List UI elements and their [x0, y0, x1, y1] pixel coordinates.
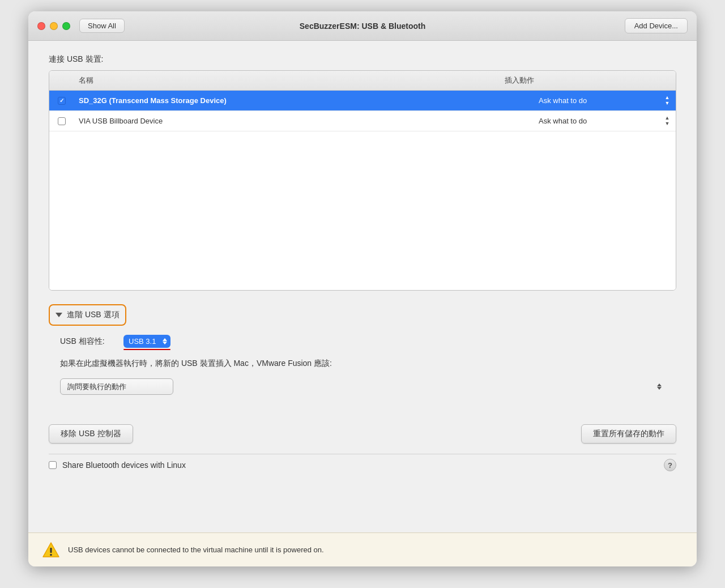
checkbox-unchecked: [58, 117, 66, 125]
header-checkbox-col: [49, 74, 74, 87]
bluetooth-checkbox[interactable]: [49, 461, 57, 469]
action-select-container: 詢問要執行的動作 連接到虛擬機器 保持與 Mac 的連接: [60, 378, 665, 395]
advanced-usb-body: USB 相容性: USB 3.1 USB 3.0 USB 2.0: [49, 326, 676, 404]
reset-actions-button[interactable]: 重置所有儲存的動作: [581, 424, 676, 444]
row-2-stepper[interactable]: ▲ ▼: [659, 116, 676, 127]
table-row[interactable]: ✓ SD_32G (Transcend Mass Storage Device)…: [49, 91, 676, 111]
stepper-down[interactable]: ▼: [662, 101, 672, 106]
usb-compat-row: USB 相容性: USB 3.1 USB 3.0 USB 2.0: [60, 335, 665, 348]
device-table: 名稱 插入動作 ✓ SD_32G (Transcend Mass Storage…: [49, 70, 676, 291]
usb-section-label: 連接 USB 裝置:: [49, 54, 676, 65]
usb-compat-select-wrapper: USB 3.1 USB 3.0 USB 2.0: [123, 335, 170, 348]
bottom-buttons: 移除 USB 控制器 重置所有儲存的動作: [49, 424, 676, 449]
stepper-down[interactable]: ▼: [662, 121, 672, 127]
select-underline: [123, 349, 170, 350]
help-button[interactable]: ?: [664, 459, 676, 471]
usb-compat-label: USB 相容性:: [60, 336, 117, 347]
row-1-action: Ask what to do: [534, 96, 659, 105]
add-device-button[interactable]: Add Device...: [625, 18, 688, 33]
row-2-name: VIA USB Billboard Device: [74, 117, 534, 125]
svg-rect-1: [50, 548, 52, 553]
close-button[interactable]: [37, 22, 45, 30]
main-window: Show All SecBuzzerESM: USB & Bluetooth A…: [28, 11, 697, 566]
minimize-button[interactable]: [50, 22, 58, 30]
usb-compat-select[interactable]: USB 3.1 USB 3.0 USB 2.0: [125, 336, 169, 347]
window-title: SecBuzzerESM: USB & Bluetooth: [300, 22, 425, 31]
show-all-button[interactable]: Show All: [79, 19, 125, 33]
warning-bar: USB devices cannot be connected to the v…: [28, 532, 697, 566]
action-select[interactable]: 詢問要執行的動作 連接到虛擬機器 保持與 Mac 的連接: [60, 378, 173, 395]
advanced-usb-section: 進階 USB 選項 USB 相容性: USB 3.1 USB 3.0 USB 2…: [49, 304, 676, 404]
traffic-lights: [37, 22, 70, 30]
insert-desc: 如果在此虛擬機器執行時，將新的 USB 裝置插入 Mac，VMware Fusi…: [60, 357, 665, 369]
table-row[interactable]: VIA USB Billboard Device Ask what to do …: [49, 111, 676, 131]
svg-point-2: [50, 553, 52, 556]
warning-text: USB devices cannot be connected to the v…: [68, 546, 324, 554]
header-action-col: 插入動作: [500, 74, 659, 87]
checkbox-checked: ✓: [58, 97, 66, 105]
triangle-down-icon: [56, 313, 62, 317]
row-2-action: Ask what to do: [534, 117, 659, 125]
bluetooth-label: Share Bluetooth devices with Linux: [62, 461, 658, 470]
stepper-up[interactable]: ▲: [662, 116, 672, 121]
check-mark: ✓: [59, 97, 64, 104]
row-1-checkbox[interactable]: ✓: [49, 97, 74, 105]
usb-compat-select-blue: USB 3.1 USB 3.0 USB 2.0: [123, 335, 170, 348]
header-arrow-col: [659, 74, 676, 87]
header-name-col: 名稱: [74, 74, 500, 87]
stepper-up[interactable]: ▲: [662, 95, 672, 101]
main-content: 連接 USB 裝置: 名稱 插入動作 ✓ SD_32G (Transcend M…: [28, 41, 697, 532]
remove-usb-button[interactable]: 移除 USB 控制器: [49, 424, 133, 444]
advanced-usb-label: 進階 USB 選項: [67, 310, 120, 320]
arrow-up-icon: [657, 384, 662, 386]
titlebar: Show All SecBuzzerESM: USB & Bluetooth A…: [28, 11, 697, 41]
bluetooth-row: Share Bluetooth devices with Linux ?: [49, 454, 676, 471]
warning-icon: [42, 541, 60, 559]
action-select-arrows-icon: [657, 384, 662, 390]
arrow-down-icon: [657, 387, 662, 390]
advanced-usb-toggle[interactable]: 進階 USB 選項: [49, 304, 126, 326]
table-empty-area: [49, 131, 676, 290]
row-2-checkbox[interactable]: [49, 117, 74, 125]
maximize-button[interactable]: [62, 22, 70, 30]
row-1-stepper[interactable]: ▲ ▼: [659, 95, 676, 106]
row-1-name: SD_32G (Transcend Mass Storage Device): [74, 96, 534, 105]
table-header: 名稱 插入動作: [49, 71, 676, 91]
